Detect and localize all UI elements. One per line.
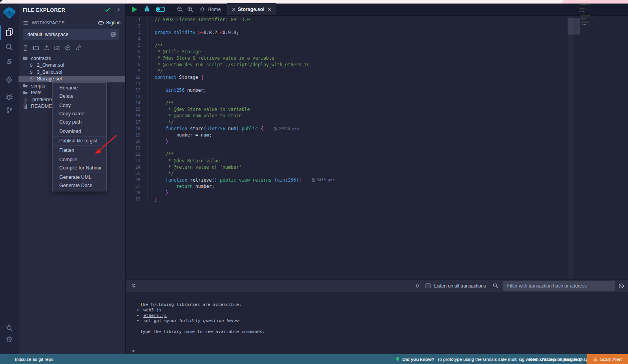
code-line-5[interactable]: 5/**: [126, 42, 628, 48]
accept-check-icon[interactable]: [104, 7, 111, 13]
line-number: 6: [126, 49, 148, 55]
deploy-run-icon[interactable]: [0, 76, 18, 84]
menu-item-copy-path[interactable]: Copy path: [53, 118, 106, 127]
menu-item-download[interactable]: Download: [53, 127, 106, 136]
listen-transactions-checkbox[interactable]: [425, 283, 431, 288]
plugin-manager-icon[interactable]: [0, 324, 18, 332]
code-line-20[interactable]: 20 }: [126, 138, 628, 145]
tree-item-3-ballot-sol[interactable]: S3_Ballot.sol: [18, 69, 125, 76]
code-line-8[interactable]: 8 * @custom:dev-run-script ./scripts/dep…: [126, 61, 628, 67]
code-line-1[interactable]: 1// SPDX-License-Identifier: GPL-3.0: [126, 16, 628, 23]
code-line-9[interactable]: 9 */: [126, 68, 628, 74]
menu-item-copy[interactable]: Copy: [53, 102, 106, 110]
line-number: 10: [126, 74, 148, 80]
file-explorer-icon[interactable]: [0, 28, 18, 36]
line-number: 8: [126, 61, 148, 67]
tab-storage-sol[interactable]: S Storage.sol: [227, 3, 276, 15]
code-line-4[interactable]: 4: [126, 36, 628, 42]
code-line-17[interactable]: 17 */: [126, 119, 628, 126]
gas-estimate: 2415 gas: [312, 178, 335, 182]
tab-home[interactable]: Home: [199, 6, 221, 12]
terminal-link[interactable]: ethers.js: [143, 313, 167, 318]
transaction-filter-input[interactable]: [503, 281, 615, 291]
terminal-toolbar: 0 Listen on all transactions: [126, 279, 628, 292]
link-icon[interactable]: [75, 45, 82, 51]
solidity-file-icon: S: [28, 63, 34, 67]
code-line-18[interactable]: 18 function store(uint256 num) public {2…: [126, 126, 628, 132]
clear-console-icon[interactable]: [618, 283, 624, 289]
menu-item-generate-uml[interactable]: Generate UML: [53, 173, 106, 182]
tree-item-2-owner-sol[interactable]: S2_Owner.sol: [18, 62, 125, 69]
copilot-status[interactable]: RemixAI Copilot (enabled): [529, 357, 581, 362]
terminal-output[interactable]: > The following libraries are accessible…: [126, 292, 628, 354]
code-line-2[interactable]: 2: [126, 23, 628, 29]
collapse-panel-chevron-icon[interactable]: [116, 7, 121, 13]
zoom-out-icon[interactable]: [177, 6, 183, 13]
terminal-search-icon[interactable]: [493, 283, 498, 289]
code-line-24[interactable]: 24 * @return value of 'number': [126, 164, 628, 170]
sign-in-button[interactable]: Sign in: [98, 20, 120, 26]
editor-scrollbar[interactable]: [568, 16, 573, 279]
code-line-10[interactable]: 10contract Storage {: [126, 74, 628, 80]
search-icon[interactable]: [0, 43, 18, 51]
code-line-15[interactable]: 15 * @dev Store value in variable: [126, 106, 628, 113]
upload-folder-icon[interactable]: [54, 45, 60, 51]
page-title: FILE EXPLORER: [23, 7, 104, 13]
close-icon[interactable]: [267, 7, 272, 11]
code-line-6[interactable]: 6 * @title Storage: [126, 49, 628, 55]
code-line-11[interactable]: 11: [126, 80, 628, 87]
code-editor[interactable]: 1// SPDX-License-Identifier: GPL-3.023pr…: [126, 16, 628, 279]
zoom-in-icon[interactable]: [187, 6, 194, 13]
code-line-13[interactable]: 13: [126, 93, 628, 100]
code-line-25[interactable]: 25 */: [126, 170, 628, 177]
editor-scrollbar-slider[interactable]: [568, 18, 580, 35]
code-line-26[interactable]: 26 function retrieve() public view retur…: [126, 177, 628, 183]
workspaces-menu-icon[interactable]: [23, 20, 29, 26]
code-line-16[interactable]: 16 * @param num value to store: [126, 113, 628, 119]
code-line-21[interactable]: 21: [126, 145, 628, 151]
code-line-27[interactable]: 27 return number;: [126, 183, 628, 189]
code-line-12[interactable]: 12 uint256 number;: [126, 87, 628, 93]
code-line-7[interactable]: 7 * @dev Store & retrieve value in a var…: [126, 55, 628, 61]
menu-item-delete[interactable]: Delete: [53, 92, 106, 101]
scam-alert-button[interactable]: ⚠ Scam Alert: [587, 354, 628, 364]
menu-item-rename[interactable]: Rename: [53, 84, 106, 92]
ipfs-box-icon[interactable]: [65, 45, 71, 51]
settings-icon[interactable]: ⚙: [0, 335, 18, 343]
code-line-14[interactable]: 14 /**: [126, 100, 628, 106]
menu-item-copy-name[interactable]: Copy name: [53, 110, 106, 118]
code-line-3[interactable]: 3pragma solidity >=0.8.2 <0.9.0;: [126, 29, 628, 36]
code-line-19[interactable]: 19 number = num;: [126, 132, 628, 138]
new-folder-icon[interactable]: [33, 45, 39, 51]
tree-item-storage-sol[interactable]: SStorage.sol: [18, 76, 125, 83]
run-script-button[interactable]: [132, 6, 137, 13]
code-line-29[interactable]: 29}: [126, 196, 628, 202]
git-init-button[interactable]: Initialize as git repo: [15, 354, 53, 364]
ai-robot-icon[interactable]: [143, 5, 151, 13]
upload-file-icon[interactable]: [44, 45, 50, 51]
terminal-collapse-icon[interactable]: [131, 283, 137, 289]
git-icon[interactable]: [0, 106, 18, 114]
gas-estimate: 22520 gas: [274, 127, 299, 131]
menu-item-generate-docs[interactable]: Generate Docs: [53, 182, 106, 190]
code-line-28[interactable]: 28 }: [126, 189, 628, 196]
debugger-icon[interactable]: [0, 93, 18, 101]
menu-item-publish-file-to-gist[interactable]: Publish file to gist: [53, 137, 106, 146]
solidity-file-icon: S: [28, 76, 34, 81]
remix-logo[interactable]: [0, 7, 18, 19]
solidity-compiler-icon[interactable]: S: [0, 58, 18, 66]
code-line-22[interactable]: 22 /**: [126, 151, 628, 157]
new-file-icon[interactable]: [22, 45, 29, 51]
folder-icon: [22, 83, 28, 88]
copilot-toggle[interactable]: [156, 7, 165, 12]
minimap[interactable]: // SPDX-License-Identifier: GPL-3.0pragm…: [579, 4, 606, 83]
menu-item-flatten[interactable]: Flatten: [53, 146, 106, 155]
terminal-link[interactable]: web3.js: [143, 308, 161, 313]
menu-item-compile-for-nahmii[interactable]: Compile for Nahmii: [53, 164, 106, 173]
tree-item-label: contracts: [31, 56, 51, 61]
code-line-23[interactable]: 23 * @dev Return value: [126, 158, 628, 164]
tree-item-contracts[interactable]: contracts: [18, 55, 125, 62]
menu-item-compile[interactable]: Compile: [53, 156, 106, 164]
tip-bold-label: Did you know?: [402, 357, 434, 362]
workspace-select[interactable]: default_workspace: [23, 29, 119, 40]
